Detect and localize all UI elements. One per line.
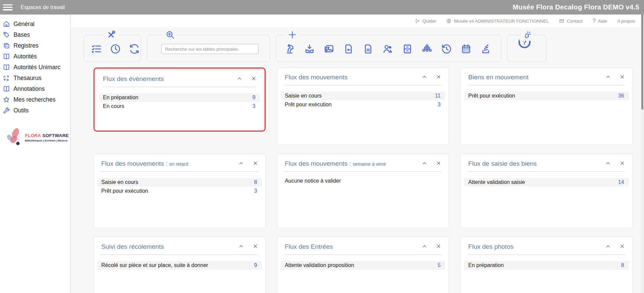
divider [285,171,441,172]
checklist-icon[interactable] [91,43,102,55]
card-title: Flux de saisie des biens [468,160,538,167]
svg-text:B: B [6,78,9,82]
sidebar: Général Bases Registres Autorités Autori… [0,15,71,293]
card-row[interactable]: En préparation9 [99,93,260,102]
sidebar-item-label: Général [14,21,34,28]
close-icon[interactable] [436,74,441,81]
sidebar-item-registres[interactable]: Registres [0,40,70,51]
card-title: Biens en mouvement [468,74,530,81]
card-title: Flux des évènements [103,75,166,83]
sidebar-item-annotations[interactable]: Annotations [0,83,70,94]
mail-icon [559,18,564,24]
app-title: Musée Flora Decalog Flora DEMO v4.5 [513,3,639,11]
tools-icon [104,30,118,41]
card-title: Flux des Entrées [285,243,335,250]
card-row[interactable]: En cours3 [99,102,260,111]
open-book-icon [3,63,10,71]
video-file-icon[interactable] [343,43,354,55]
card-flux-des-mouvements: Flux des mouvements Saisie en cours11 Pr… [277,68,449,145]
card-row[interactable]: Prêt pour exécution3 [97,187,262,195]
collapse-icon[interactable] [422,74,427,81]
card-row[interactable]: Récolé sur pièce et sur place, suite à d… [97,261,262,270]
home-icon [3,20,10,28]
highlight-ring: Flux des évènements En préparation9 En c… [93,68,266,132]
help-icon[interactable]: ? [517,45,532,50]
close-icon[interactable] [436,161,441,167]
quit-link[interactable]: Quitter [415,18,436,24]
account-link[interactable]: Musée v4 ADMINISTRATEUR FONCTIONNEL [446,18,549,24]
open-book-icon [3,85,10,92]
sidebar-item-thesaurus[interactable]: AB Thesaurus [0,73,70,83]
card-row[interactable]: Prêt pour exécution36 [464,91,629,100]
topbar: Espaces de travail Musée Flora Decalog F… [0,0,644,15]
sidebar-item-autorites-unimarc[interactable]: Autorités Unimarc [0,62,70,73]
about-link[interactable]: A propos [617,19,635,24]
contact-link[interactable]: Contact [559,18,583,24]
card-flux-des-entrees: Flux des Entrées Attente validation prop… [277,237,449,293]
sidebar-item-general[interactable]: Général [0,19,70,29]
hamburger-menu-icon[interactable] [3,4,12,10]
tag-icon [3,31,10,38]
collapse-icon[interactable] [606,74,611,81]
chess-knight-icon[interactable] [284,43,296,55]
workspace-page: Espaces de travail Musée Flora Decalog F… [0,0,644,293]
card-row[interactable]: Prêt pour exécution3 [281,100,446,109]
close-icon[interactable] [253,244,258,250]
close-icon[interactable] [620,74,625,81]
empty-message: Aucune notice à valider [285,178,449,184]
question-mark-icon: ? [593,18,596,24]
cabinet-icon[interactable] [402,43,413,55]
toolbar-group-search [147,35,270,62]
sidebar-item-outils[interactable]: Outils [0,105,70,116]
people-icon[interactable] [382,43,394,55]
sidebar-item-mes-recherches[interactable]: Mes recherches [0,94,70,105]
cluster-icon[interactable] [421,43,433,55]
close-icon[interactable] [620,244,625,250]
divider [285,85,441,85]
import-tray-icon[interactable] [304,43,315,55]
photos-icon[interactable] [323,43,335,55]
collapse-icon[interactable] [237,76,242,82]
close-icon[interactable] [436,244,441,250]
card-row[interactable]: Attente validation saisie14 [464,178,629,187]
brand-tagline: Bibliothèques | Archives | Musées [25,139,69,142]
collapse-icon[interactable] [606,244,611,250]
card-row[interactable]: Attente validation proposition5 [281,261,446,270]
divider [468,85,625,85]
divider [101,255,258,255]
collapse-icon[interactable] [239,161,244,167]
card-title: Flux des mouvements :semaine à venir [285,160,386,167]
vertical-scrollbar-thumb[interactable] [641,7,643,109]
toolbar-group-settings [84,35,141,62]
sidebar-item-label: Registres [14,42,38,49]
user-circle-icon [446,18,452,24]
divider [101,171,258,172]
close-icon[interactable] [253,161,258,167]
calendar-icon[interactable] [460,43,472,55]
workspace-label: Espaces de travail [21,4,65,10]
close-icon[interactable] [620,161,625,167]
card-title: Flux des photos [468,243,515,250]
card-row[interactable]: Saisie en cours11 [281,91,446,100]
close-icon[interactable] [251,76,256,82]
exit-icon [415,18,420,24]
card-row[interactable]: Saisie en cours8 [97,178,262,187]
search-input[interactable] [161,44,259,54]
history-icon[interactable] [441,43,452,55]
brand-primary: FLORA [25,133,41,138]
collapse-icon[interactable] [239,244,244,250]
sidebar-item-autorites[interactable]: Autorités [0,51,70,62]
toolbar-group-create [276,35,501,62]
collapse-icon[interactable] [422,244,427,250]
clock-icon[interactable] [110,43,121,55]
collapse-icon[interactable] [606,161,611,167]
collapse-icon[interactable] [422,161,427,167]
flora-butterfly-icon [3,127,24,148]
stack-icon[interactable] [480,43,491,55]
help-link[interactable]: ? Aide [593,18,607,24]
sidebar-item-bases[interactable]: Bases [0,29,70,40]
sidebar-item-label: Autorités [14,53,37,60]
refresh-icon[interactable] [129,43,140,55]
document-file-icon[interactable] [363,43,374,55]
card-row[interactable]: En préparation8 [464,261,629,270]
